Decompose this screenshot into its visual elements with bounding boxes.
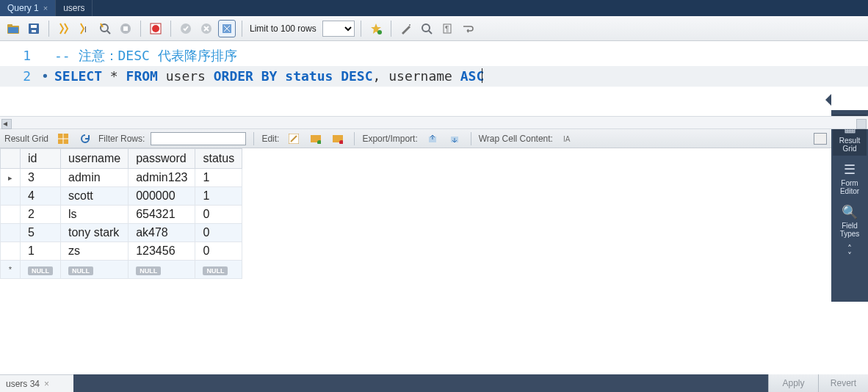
rollback-button[interactable] — [198, 20, 215, 37]
svg-text:I: I — [84, 26, 87, 34]
svg-text:¶: ¶ — [445, 25, 449, 33]
panel-toggle-icon[interactable] — [814, 133, 827, 145]
cell-null[interactable]: NULL — [21, 261, 61, 279]
cell-id[interactable]: 1 — [21, 242, 61, 261]
wrap-cell-icon[interactable]: IA — [559, 130, 576, 148]
cell-username[interactable]: ls — [61, 206, 129, 224]
line-number: 1 — [0, 46, 41, 66]
line-number: 2 — [0, 66, 41, 87]
stop-button[interactable] — [117, 20, 134, 37]
cell-status[interactable]: 0 — [195, 206, 242, 224]
side-field-types[interactable]: 🔍 Field Types — [833, 200, 867, 241]
cell-id[interactable]: 4 — [21, 187, 61, 206]
tab-users[interactable]: users — [56, 0, 93, 16]
import-icon[interactable] — [446, 130, 463, 148]
find-button[interactable] — [418, 20, 435, 37]
bottom-bar: users 34 × Apply Revert — [0, 374, 868, 392]
result-side-panel: ▦ Result Grid ☰ Form Editor 🔍 Field Type… — [831, 110, 868, 302]
beautify-button[interactable] — [397, 20, 415, 37]
result-grid[interactable]: id username password status ▸3adminadmin… — [0, 148, 831, 302]
cell-status[interactable]: 0 — [195, 242, 242, 261]
execute-current-button[interactable]: I — [76, 20, 93, 37]
close-icon[interactable]: × — [44, 379, 49, 389]
scroll-left-icon[interactable]: ◂ — [3, 118, 7, 128]
bottom-result-tab[interactable]: users 34 × — [0, 374, 73, 392]
edit-row-icon[interactable] — [285, 130, 303, 148]
cell-password[interactable]: admin123 — [129, 169, 195, 187]
open-file-button[interactable] — [4, 20, 22, 37]
add-row-icon[interactable] — [307, 130, 325, 148]
cell-password[interactable]: ak478 — [129, 224, 195, 242]
delete-row-icon[interactable] — [329, 130, 347, 148]
separator — [354, 132, 355, 145]
cell-status[interactable]: 0 — [195, 224, 242, 242]
svg-rect-4 — [31, 25, 37, 28]
table-row[interactable]: 2ls6543210 — [1, 206, 242, 224]
tab-query1[interactable]: Query 1 × — [0, 0, 56, 16]
apply-button[interactable]: Apply — [768, 374, 818, 392]
row-handle[interactable] — [1, 206, 21, 224]
row-handle[interactable]: * — [1, 261, 21, 279]
execute-button[interactable] — [55, 20, 73, 37]
cell-id[interactable]: 3 — [21, 169, 61, 187]
row-handle[interactable] — [1, 224, 21, 242]
side-nav-arrows[interactable]: ˄ ˅ — [847, 245, 852, 260]
column-header-password[interactable]: password — [129, 149, 195, 169]
limit-select[interactable] — [322, 21, 355, 37]
wrap-label: Wrap Cell Content: — [479, 134, 553, 144]
export-icon[interactable] — [424, 130, 441, 148]
cell-id[interactable]: 5 — [21, 224, 61, 242]
cell-username[interactable]: admin — [61, 169, 129, 187]
chevron-down-icon[interactable]: ˅ — [847, 253, 852, 260]
commit-button[interactable] — [177, 20, 195, 37]
grid-view-icon[interactable] — [54, 130, 72, 148]
table-row[interactable]: 5tony starkak4780 — [1, 224, 242, 242]
sql-editor[interactable]: 1 -- 注意：DESC 代表降序排序 2 • SELECT * FROM us… — [0, 41, 868, 87]
code-line[interactable]: SELECT * FROM users ORDER BY status DESC… — [54, 66, 868, 87]
column-header-id[interactable]: id — [21, 149, 61, 169]
cell-username[interactable]: scott — [61, 187, 129, 206]
save-button[interactable] — [25, 20, 43, 37]
cell-username[interactable]: tony stark — [61, 224, 129, 242]
table-row[interactable]: ▸3adminadmin1231 — [1, 169, 242, 187]
close-icon[interactable]: × — [43, 4, 48, 12]
row-handle[interactable] — [1, 187, 21, 206]
svg-line-8 — [107, 31, 110, 34]
column-header-username[interactable]: username — [61, 149, 129, 169]
cell-status[interactable]: 1 — [195, 169, 242, 187]
scroll-right-icon[interactable]: ▸ — [861, 118, 865, 128]
table-row[interactable]: 1zs1234560 — [1, 242, 242, 261]
table-row[interactable]: 4scott0000001 — [1, 187, 242, 206]
cell-null[interactable]: NULL — [61, 261, 129, 279]
cell-id[interactable]: 2 — [21, 206, 61, 224]
cell-password[interactable]: 654321 — [129, 206, 195, 224]
editor-horizontal-scrollbar[interactable]: ◂ ▸ — [0, 116, 868, 129]
favorite-button[interactable] — [367, 20, 385, 37]
revert-button[interactable]: Revert — [818, 374, 868, 392]
tab-label: Query 1 — [7, 3, 39, 13]
cell-username[interactable]: zs — [61, 242, 129, 261]
cell-password[interactable]: 123456 — [129, 242, 195, 261]
cell-status[interactable]: 1 — [195, 187, 242, 206]
row-handle[interactable] — [1, 242, 21, 261]
column-header-status[interactable]: status — [195, 149, 242, 169]
autocommit-toggle[interactable] — [218, 20, 236, 37]
cell-null[interactable]: NULL — [195, 261, 242, 279]
filter-rows-input[interactable] — [151, 132, 246, 145]
cell-password[interactable]: 000000 — [129, 187, 195, 206]
table-row-new[interactable]: *NULLNULLNULLNULL — [1, 261, 242, 279]
query-tab-bar: Query 1 × users — [0, 0, 868, 16]
row-handle[interactable]: ▸ — [1, 169, 21, 187]
wrap-button[interactable] — [459, 20, 477, 37]
cell-null[interactable]: NULL — [129, 261, 195, 279]
separator — [48, 21, 49, 37]
explain-button[interactable] — [96, 20, 114, 37]
invisible-chars-button[interactable]: ¶ — [438, 20, 456, 37]
separator — [361, 21, 361, 37]
svg-rect-2 — [8, 27, 18, 33]
code-line[interactable]: -- 注意：DESC 代表降序排序 — [54, 46, 868, 66]
stop-on-error-button[interactable] — [147, 20, 164, 37]
side-form-editor[interactable]: ☰ Form Editor — [833, 157, 867, 198]
refresh-icon[interactable] — [76, 130, 94, 148]
svg-rect-1 — [7, 24, 12, 27]
